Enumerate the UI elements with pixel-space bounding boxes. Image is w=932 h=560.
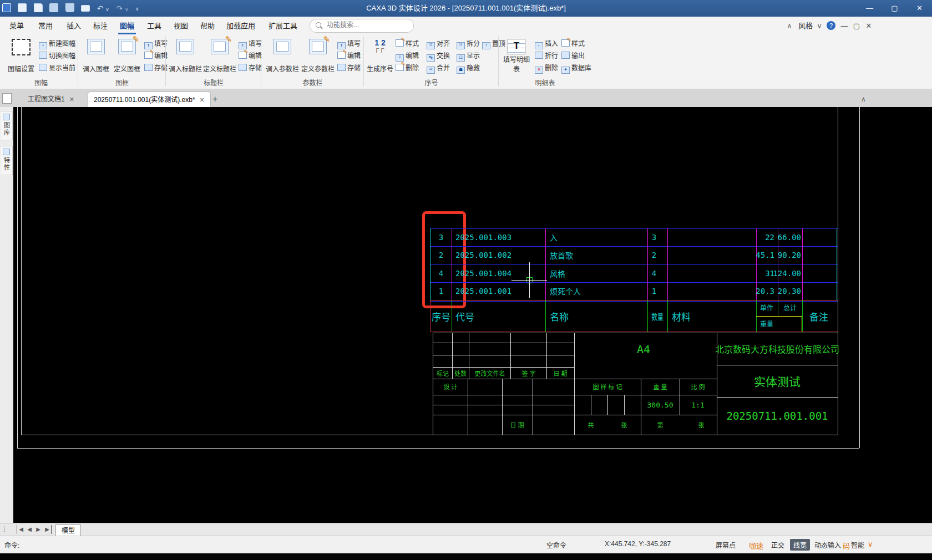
balloon-split-button[interactable]: ¹²拆分 xyxy=(457,39,480,49)
search-input[interactable] xyxy=(326,21,408,29)
titleblock-save-button[interactable]: 存储 xyxy=(239,63,262,73)
menu-tab-annotate[interactable]: 标注 xyxy=(89,20,112,32)
menu-tab-main[interactable]: 菜单 xyxy=(6,20,28,32)
fill-bom-button[interactable]: T 填写明细表 xyxy=(500,37,533,74)
switch-sheet-button[interactable]: 切换图幅 xyxy=(39,51,75,61)
titleblock-edit-button[interactable]: 编辑 xyxy=(239,51,262,61)
collapse-chevron-icon[interactable]: ∧ xyxy=(861,91,866,107)
balloon-merge-button[interactable]: ¹²合并 xyxy=(427,63,450,73)
sheet-settings-button[interactable]: 图幅设置 xyxy=(6,37,37,74)
style-selector[interactable]: 风格 xyxy=(797,20,814,32)
balloon-delete-button[interactable]: 删除 xyxy=(396,63,419,73)
doc-minimize-icon[interactable]: — xyxy=(840,20,849,32)
minimize-button[interactable]: — xyxy=(857,0,882,17)
bom-delete-button[interactable]: ✕删除 xyxy=(535,63,558,73)
chevron-up-icon[interactable]: ∧ xyxy=(786,20,793,32)
new-tab-button[interactable]: + xyxy=(212,91,217,107)
chevron-down-icon[interactable]: ∨ xyxy=(105,7,109,12)
open-file-icon[interactable] xyxy=(34,3,43,14)
load-titleblock-button[interactable]: 调入标题栏 xyxy=(169,37,202,74)
bom-output-button[interactable]: 输出 xyxy=(561,51,585,61)
doc-restore-icon[interactable]: ▢ xyxy=(852,20,861,32)
last-sheet-button[interactable]: ▶ xyxy=(43,525,52,534)
dots-icon[interactable]: ⋮ xyxy=(1,525,8,533)
chevron-down-icon[interactable]: ∨ xyxy=(125,7,129,12)
load-parambar-button[interactable]: 调入参数栏 xyxy=(265,37,300,74)
save-icon[interactable] xyxy=(49,3,58,14)
menu-tab-view[interactable]: 视图 xyxy=(170,20,192,32)
define-parambar-button[interactable]: 定义参数栏 xyxy=(301,37,335,74)
menu-tab-ext-tools[interactable]: 扩展工具 xyxy=(265,20,301,32)
button-label: 定义参数栏 xyxy=(301,64,335,73)
balloon-swap-button[interactable]: ↹交换 xyxy=(427,51,450,61)
cad-text: 2025.001.004 xyxy=(455,269,511,278)
cad-text: 66.00 xyxy=(778,233,801,242)
button-label: 数据库 xyxy=(571,64,591,72)
frame-save-button[interactable]: 存储 xyxy=(144,63,168,73)
new-document-icon[interactable] xyxy=(18,3,27,14)
function-search-box[interactable] xyxy=(310,19,414,33)
doc-tab-2-active[interactable]: 20250711.001.001(实体测试).exb*✕ xyxy=(88,91,211,108)
cad-line xyxy=(430,301,838,302)
frame-fill-button[interactable]: T填写 xyxy=(144,39,168,49)
drawing-canvas[interactable]: 序号代号名称数量材料单件总计重量备注标记处数更改文件名签 字日 期设 计日 期图… xyxy=(13,107,932,523)
new-sheet-button[interactable]: +新建图幅 xyxy=(39,39,75,49)
define-frame-button[interactable]: 定义图框 xyxy=(112,37,142,74)
cad-text: 20.3 xyxy=(756,287,774,296)
load-frame-button[interactable]: 调入图框 xyxy=(81,37,111,74)
side-tab-library[interactable]: 图库 xyxy=(1,111,13,140)
bom-wrap-button[interactable]: 折行 xyxy=(535,51,558,61)
parambar-edit-button[interactable]: 编辑 xyxy=(337,51,361,61)
next-sheet-button[interactable]: ▶ xyxy=(34,525,42,534)
cad-text: 2025.001.001 xyxy=(455,287,511,296)
ortho-toggle[interactable]: 正交 xyxy=(771,540,784,549)
edit-icon xyxy=(239,52,247,59)
chevron-down-icon[interactable]: ∨ xyxy=(816,20,823,32)
print-icon[interactable] xyxy=(81,4,90,14)
doc-tab-1[interactable]: 工程图文档1✕ xyxy=(23,91,79,107)
hide-icon: ☗ xyxy=(457,67,465,74)
snap-mode[interactable]: 屏幕点 xyxy=(716,540,736,549)
close-icon[interactable]: ✕ xyxy=(200,96,205,103)
side-tab-properties[interactable]: 特性 xyxy=(1,146,13,175)
show-current-button[interactable]: 显示当前 xyxy=(39,63,75,73)
maximize-button[interactable]: ▢ xyxy=(882,0,907,17)
define-titleblock-button[interactable]: 定义标题栏 xyxy=(203,37,236,74)
parambar-save-button[interactable]: 存储 xyxy=(337,63,361,73)
first-sheet-button[interactable]: ◀ xyxy=(17,525,25,534)
menu-tab-insert[interactable]: 插入 xyxy=(63,20,85,32)
menu-tab-tools[interactable]: 工具 xyxy=(143,20,165,32)
titleblock-fill-button[interactable]: T填写 xyxy=(239,39,262,49)
prev-sheet-button[interactable]: ◀ xyxy=(26,525,33,534)
model-sheet-tab[interactable]: 模型 xyxy=(55,525,81,537)
menu-tab-common[interactable]: 常用 xyxy=(34,20,57,32)
smart-snap-toggle[interactable]: 智能 xyxy=(851,540,864,549)
redo-button[interactable]: ↷ ∨ xyxy=(116,3,128,14)
bom-database-button[interactable]: ✦数据库 xyxy=(561,63,591,73)
parambar-fill-button[interactable]: T填写 xyxy=(337,39,361,49)
bom-style-button[interactable]: 样式 xyxy=(561,39,585,49)
undo-button[interactable]: ↶ ∨ xyxy=(97,3,109,14)
side-tab-label: 图库 xyxy=(2,122,11,136)
generate-balloon-button[interactable]: 1 2 生成序号 xyxy=(366,37,394,74)
balloon-show-button[interactable]: ☖显示 xyxy=(457,51,480,61)
close-button[interactable]: ✕ xyxy=(907,0,932,17)
help-icon[interactable]: ? xyxy=(827,21,835,30)
menu-tab-sheet[interactable]: 图幅 xyxy=(116,20,138,32)
doc-close-icon[interactable]: ✕ xyxy=(864,20,873,32)
dynamic-input-toggle[interactable]: 动态输入 xyxy=(814,540,841,549)
balloon-style-button[interactable]: 样式 xyxy=(396,39,419,49)
save-as-icon[interactable] xyxy=(65,3,74,14)
frame-edit-button[interactable]: 编辑 xyxy=(144,51,168,61)
balloon-hide-button[interactable]: ☗隐藏 xyxy=(457,63,480,73)
linewidth-toggle[interactable]: 线宽 xyxy=(790,539,810,551)
chevron-down-icon[interactable]: ∨ xyxy=(868,540,873,548)
balloon-align-button[interactable]: ¹²对齐 xyxy=(427,39,450,49)
close-icon[interactable]: ✕ xyxy=(69,96,74,103)
bom-insert-button[interactable]: ←插入 xyxy=(535,39,558,49)
menu-tab-addons[interactable]: 加载应用 xyxy=(223,20,259,32)
show-current-icon xyxy=(39,64,47,71)
menu-tab-help[interactable]: 帮助 xyxy=(196,20,219,32)
customize-quick-access-icon[interactable]: ∨ xyxy=(135,4,139,14)
balloon-edit-button[interactable]: ²编辑 xyxy=(396,51,419,61)
